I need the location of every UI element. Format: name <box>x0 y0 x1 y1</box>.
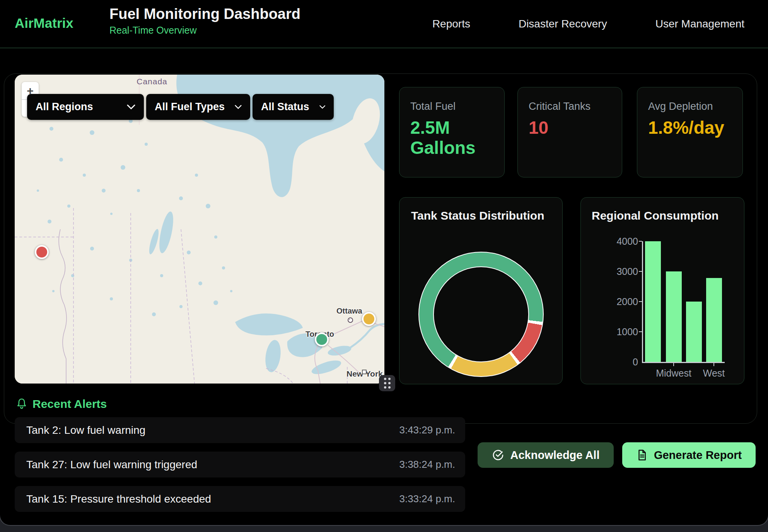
donut-chart-title: Tank Status Distribution <box>411 209 544 222</box>
alert-text: Tank 27: Low fuel warning triggered <box>26 459 197 471</box>
x-tick-label-midwest: Midwest <box>650 368 697 379</box>
new-york-town-icon <box>362 370 367 374</box>
alert-time: 3:43:29 p.m. <box>399 424 455 436</box>
document-icon <box>636 449 648 461</box>
y-tick-label: 0 <box>592 356 638 368</box>
y-tick-mark <box>639 331 642 332</box>
nav-disaster-recovery[interactable]: Disaster Recovery <box>519 18 607 30</box>
alert-row[interactable]: Tank 27: Low fuel warning triggered 3:38… <box>15 452 465 477</box>
nav-reports[interactable]: Reports <box>432 18 470 30</box>
map-label-canada: Canada <box>113 77 191 86</box>
title-block: Fuel Monitoring Dashboard Real-Time Over… <box>109 6 300 36</box>
map-panel[interactable]: Canada Ottawa Toronto New York + − All R… <box>15 75 384 384</box>
y-tick-label: 1000 <box>592 326 638 338</box>
y-tick-mark <box>639 241 642 242</box>
acknowledge-all-label: Acknowledge All <box>510 449 600 462</box>
tank-marker-critical[interactable] <box>35 245 49 259</box>
stat-label: Critical Tanks <box>529 101 611 113</box>
y-tick-mark <box>639 271 642 272</box>
y-tick-label: 4000 <box>592 236 638 247</box>
stat-card-total-fuel: Total Fuel 2.5M Gallons <box>399 87 505 177</box>
stat-label: Total Fuel <box>410 101 493 113</box>
y-tick-mark <box>639 301 642 302</box>
page-title: Fuel Monitoring Dashboard <box>109 6 300 22</box>
chevron-down-icon <box>235 104 242 110</box>
main-nav: Reports Disaster Recovery User Managemen… <box>432 0 744 48</box>
stat-card-critical-tanks: Critical Tanks 10 <box>517 87 622 177</box>
ottawa-town-icon <box>348 317 353 323</box>
chevron-down-icon <box>127 104 135 110</box>
bell-icon <box>15 397 28 411</box>
map-label-ottawa: Ottawa <box>336 307 362 315</box>
alert-time: 3:33:24 p.m. <box>399 493 455 505</box>
stat-value: 2.5M Gallons <box>410 118 493 158</box>
generate-report-button[interactable]: Generate Report <box>622 442 756 468</box>
nav-user-management[interactable]: User Management <box>655 18 744 30</box>
stat-value: 1.8%/day <box>648 118 732 138</box>
alert-row[interactable]: Tank 15: Pressure threshold exceeded 3:3… <box>15 486 465 512</box>
tank-status-distribution-card: Tank Status Distribution <box>399 197 563 384</box>
region-filter-value: All Regions <box>36 101 93 113</box>
acknowledge-all-button[interactable]: Acknowledge All <box>478 442 614 468</box>
bar-chart-title: Regional Consumption <box>592 209 719 222</box>
y-tick-label: 2000 <box>592 296 638 307</box>
resize-grip-icon[interactable] <box>379 375 395 391</box>
recent-alerts-title: Recent Alerts <box>32 397 107 411</box>
stat-card-avg-depletion: Avg Depletion 1.8%/day <box>637 87 743 177</box>
bar-region-2 <box>666 271 682 362</box>
bar-region-1 <box>645 241 661 362</box>
stat-label: Avg Depletion <box>648 101 732 113</box>
status-filter-dropdown[interactable]: All Status <box>253 94 334 120</box>
y-tick-label: 3000 <box>592 266 638 277</box>
x-axis-line <box>642 362 725 363</box>
map-filters: All Regions All Fuel Types All Status <box>27 94 334 120</box>
tank-marker-warning[interactable] <box>362 312 376 326</box>
x-tick-mark <box>673 363 674 366</box>
generate-report-label: Generate Report <box>654 449 742 462</box>
stat-value: 10 <box>529 118 611 138</box>
app-window: AirMatrix Fuel Monitoring Dashboard Real… <box>0 0 768 525</box>
check-circle-icon <box>492 449 504 461</box>
regional-consumption-card: Regional Consumption 4000 3000 2000 1000… <box>580 197 744 384</box>
alert-time: 3:38:24 p.m. <box>399 459 455 471</box>
x-tick-label-west: West <box>691 368 737 379</box>
donut-hole <box>433 266 529 362</box>
chevron-down-icon <box>319 104 325 110</box>
alert-row[interactable]: Tank 2: Low fuel warning 3:43:29 p.m. <box>15 417 465 443</box>
y-axis-line <box>642 241 643 363</box>
tank-marker-normal[interactable] <box>315 332 329 346</box>
fuel-type-filter-dropdown[interactable]: All Fuel Types <box>146 94 250 120</box>
page-subtitle: Real-Time Overview <box>109 25 300 36</box>
bar-region-4 <box>706 278 722 362</box>
region-filter-dropdown[interactable]: All Regions <box>27 94 144 120</box>
fuel-type-filter-value: All Fuel Types <box>155 101 225 113</box>
status-filter-value: All Status <box>261 101 309 113</box>
header: AirMatrix Fuel Monitoring Dashboard Real… <box>0 0 768 48</box>
brand-logo: AirMatrix <box>15 15 73 31</box>
alert-text: Tank 15: Pressure threshold exceeded <box>26 493 211 505</box>
bar-region-3 <box>686 302 702 362</box>
alert-text: Tank 2: Low fuel warning <box>26 424 145 437</box>
x-tick-mark <box>713 363 714 366</box>
